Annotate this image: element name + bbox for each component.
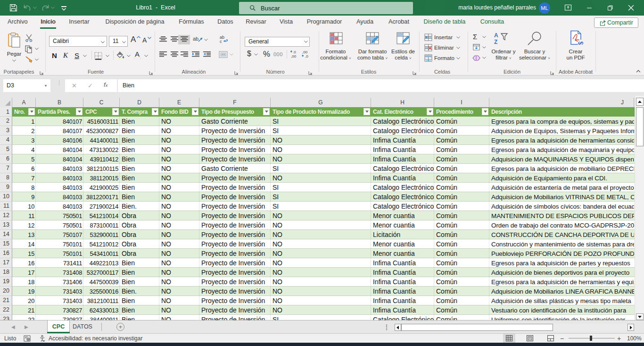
svg-text:A: A bbox=[494, 32, 498, 39]
svg-text:.0: .0 bbox=[293, 50, 296, 54]
svg-text:,00: ,00 bbox=[302, 50, 308, 54]
svg-text:,00: ,00 bbox=[291, 54, 297, 58]
svg-text:ab: ab bbox=[193, 36, 198, 42]
svg-text:,0: ,0 bbox=[305, 54, 308, 58]
svg-text:c: c bbox=[220, 39, 222, 43]
svg-text:Z: Z bbox=[494, 39, 497, 45]
